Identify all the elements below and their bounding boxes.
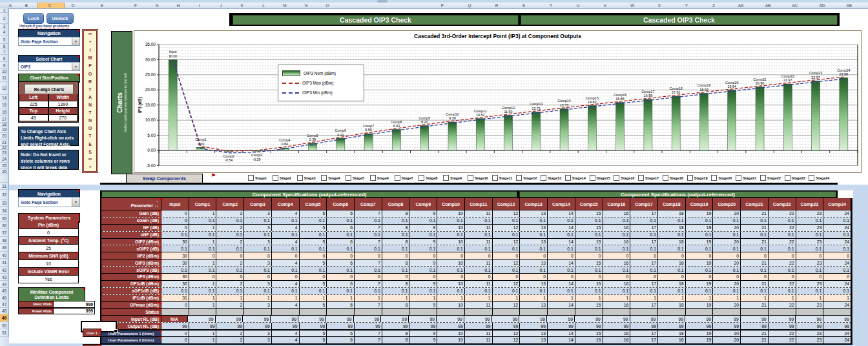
spec-cell[interactable]: 0	[161, 218, 189, 224]
spec-cell[interactable]: 0.1	[189, 245, 217, 252]
top-value[interactable]: 45	[19, 115, 48, 122]
row-header[interactable]: 20	[0, 133, 9, 139]
spec-cell[interactable]: 0.1	[658, 267, 686, 273]
row-header[interactable]: 8	[0, 55, 9, 62]
system-param-value[interactable]: 10	[18, 260, 79, 268]
spec-cell[interactable]: 12	[493, 239, 521, 245]
column-header[interactable]: V	[595, 3, 615, 8]
row-header[interactable]: 25	[0, 163, 9, 169]
spec-cell[interactable]: 4	[272, 260, 300, 266]
spec-cell[interactable]: 0.1	[244, 267, 272, 273]
spec-cell[interactable]: 1	[189, 302, 217, 309]
spec-cell[interactable]: 0	[575, 252, 603, 259]
spec-cell[interactable]: 0	[630, 252, 658, 259]
spec-cell[interactable]: 3	[244, 239, 272, 245]
spec-cell[interactable]: 99	[796, 323, 824, 329]
spec-cell[interactable]: 0.1	[493, 288, 521, 294]
spec-cell[interactable]: 4	[272, 302, 300, 309]
stage-checkbox-item[interactable]: Stage16	[614, 175, 634, 181]
spec-cell[interactable]: 99	[216, 323, 244, 329]
column-header[interactable]: D	[63, 3, 83, 8]
spec-cell[interactable]: 14	[548, 260, 575, 266]
checkbox[interactable]	[687, 175, 693, 181]
spec-cell[interactable]: 0.1	[493, 232, 521, 238]
spec-cell[interactable]: 99	[272, 323, 300, 329]
spec-cell[interactable]: 15	[575, 331, 603, 336]
spec-cell[interactable]: 1	[216, 295, 244, 301]
spec-cell[interactable]: 99	[685, 316, 713, 322]
spec-cell[interactable]	[216, 309, 244, 315]
spec-cell[interactable]: N/A	[161, 316, 188, 322]
column-header[interactable]: K	[232, 3, 252, 8]
limit-value[interactable]: 999	[54, 308, 95, 315]
spec-cell[interactable]: 16	[603, 302, 631, 309]
spec-cell[interactable]: 0.1	[355, 245, 382, 252]
stage-checkbox-item[interactable]: Stage1	[248, 175, 267, 181]
row-header[interactable]: 46	[0, 294, 9, 301]
spec-cell[interactable]: 0	[741, 252, 769, 259]
spec-cell[interactable]: 0.1	[161, 288, 189, 294]
spec-cell[interactable]: 20	[713, 302, 741, 309]
spec-cell[interactable]: 18	[658, 225, 686, 231]
spec-cell[interactable]: 24	[823, 225, 851, 231]
stage-checkbox-item[interactable]: Stage23	[785, 175, 805, 181]
spec-cell[interactable]: 0.1	[823, 218, 851, 224]
spec-cell[interactable]: 18	[658, 210, 686, 217]
spec-cell[interactable]: 7	[355, 239, 382, 245]
row-header[interactable]: 33	[0, 199, 9, 207]
spec-cell[interactable]: 99	[630, 316, 658, 322]
spec-cell[interactable]: 99	[189, 323, 217, 329]
spec-cell[interactable]: 2	[216, 337, 244, 343]
spec-cell[interactable]: 22	[769, 210, 796, 217]
row-header[interactable]: 1	[0, 8, 9, 13]
spec-cell[interactable]	[796, 309, 824, 315]
stage-checkbox-item[interactable]: Stage8	[418, 175, 437, 181]
spec-cell[interactable]: 15	[575, 210, 603, 217]
spec-column-header[interactable]: Comp4	[272, 198, 300, 210]
spec-cell[interactable]: 0.1	[244, 218, 272, 224]
spec-cell[interactable]: 0.1	[437, 245, 465, 252]
unlock-button[interactable]: Unlock	[46, 13, 74, 24]
spec-cell[interactable]: 8	[382, 331, 410, 336]
spec-cell[interactable]: 0	[520, 252, 548, 259]
spec-cell[interactable]: 24	[823, 337, 851, 343]
spec-cell[interactable]: 0.1	[355, 232, 382, 238]
spec-cell[interactable]: 0.1	[520, 218, 548, 224]
column-header[interactable]: Q	[460, 3, 479, 8]
spec-cell[interactable]: 1	[189, 260, 217, 266]
spec-cell[interactable]: 0	[603, 274, 631, 280]
row-header[interactable]: 24	[0, 156, 9, 163]
spec-cell[interactable]: 15	[575, 239, 603, 245]
spec-cell[interactable]: 16	[603, 225, 631, 231]
spec-cell[interactable]: 12	[493, 331, 521, 336]
spec-cell[interactable]: 99	[188, 316, 216, 322]
spec-cell[interactable]: 99	[354, 316, 382, 322]
spec-cell[interactable]: 0.1	[216, 267, 244, 273]
spec-cell[interactable]: 99	[548, 323, 575, 329]
spec-cell[interactable]: 0	[216, 274, 244, 280]
row-header[interactable]: 51	[0, 329, 9, 337]
spec-cell[interactable]: 21	[741, 337, 769, 343]
spec-cell[interactable]: 0	[741, 274, 769, 280]
spec-cell[interactable]: 1	[713, 295, 741, 301]
stage-checkbox-item[interactable]: Stage24	[809, 175, 829, 181]
spec-cell[interactable]: 0.1	[713, 245, 741, 252]
spec-cell[interactable]: 9	[409, 337, 437, 343]
spec-cell[interactable]: 21	[741, 225, 769, 231]
spec-column-header[interactable]: Comp3	[244, 198, 272, 210]
spec-cell[interactable]: 0.1	[244, 245, 272, 252]
spec-cell[interactable]: 0.1	[300, 218, 327, 224]
spec-cell[interactable]: 0	[465, 274, 493, 280]
spec-cell[interactable]: 0.1	[741, 267, 769, 273]
spec-cell[interactable]: 0	[630, 274, 658, 280]
spec-cell[interactable]: 0.1	[575, 218, 603, 224]
column-header[interactable]: G	[147, 3, 167, 8]
spec-cell[interactable]: 0	[272, 274, 300, 280]
spec-cell[interactable]: 0.1	[686, 232, 714, 238]
spec-cell[interactable]: 14	[548, 281, 575, 287]
column-header[interactable]: AD	[812, 3, 832, 8]
spec-row-label[interactable]: NF (dB)	[101, 225, 161, 231]
spec-cell[interactable]: 0	[161, 225, 189, 231]
spec-cell[interactable]: 0.1	[796, 232, 824, 238]
checkbox[interactable]	[468, 175, 473, 181]
